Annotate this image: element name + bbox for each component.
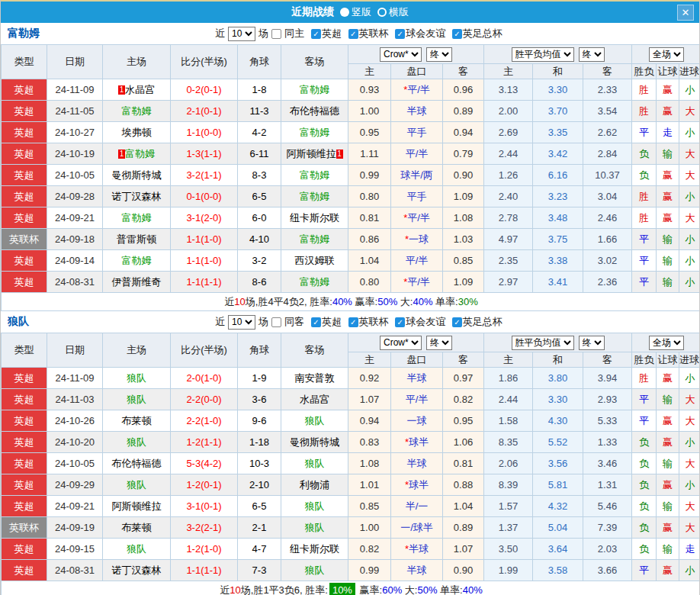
avg-draw-cell: 3.35 [533,122,583,143]
checkbox-checked-icon[interactable] [311,317,321,327]
home-team-name: 水晶宫 [125,84,155,95]
avg-odds-select[interactable]: 胜平负均值 [512,336,574,350]
league-filter-label[interactable]: 英超 [322,315,342,329]
away-team-cell: 富勒姆 [281,79,348,101]
home-team-name: 布莱顿 [122,522,152,533]
same-home-label[interactable]: 同主 [284,27,304,40]
avg-win-cell: 2.69 [484,122,533,143]
score-cell: 2-1(0-1) [171,101,238,122]
fulham-results-table: 类型 日期 主场 比分(半场) 角球 客场 Crow*终 胜平负均值终 全场 [1,44,700,311]
avg-win-cell: 2.97 [484,272,533,293]
avg-draw-cell: 3.48 [533,207,583,229]
handicap-result-cell: 走 [657,122,679,143]
odds-away-cell: 1.04 [443,496,484,517]
date-cell: 24-09-15 [47,539,103,560]
match-row: 英超 24-10-05 布伦特福德 5-3(4-2) 10-3 狼队 1.08 … [2,453,700,474]
corners-cell: 1-18 [238,432,281,453]
match-count-select[interactable]: 10 [228,27,255,41]
avg-odds-select[interactable]: 胜平负均值 [512,47,574,62]
home-team-name: 布伦特福德 [112,458,162,469]
handicap-result-cell: 赢 [657,79,679,101]
league-filter-label[interactable]: 英联杯 [359,315,389,329]
handicap-result-cell: 输 [657,250,679,272]
scope-select[interactable]: 全场 [649,47,684,62]
stat-segment: 40% [463,584,483,595]
goals-result-cell: 大 [679,496,700,517]
odds-time-select[interactable]: 终 [426,336,452,350]
stat-segment: 30% [458,296,478,307]
subheader-handicap: 盘口 [391,64,443,79]
odds-away-cell: 0.82 [443,389,484,410]
bookmaker-select[interactable]: Crow* [380,336,422,350]
away-team-name: 狼队 [305,458,325,469]
checkbox-checked-icon[interactable] [348,317,358,327]
league-filter-label[interactable]: 球会友谊 [406,315,445,329]
checkbox-checked-icon[interactable] [311,29,321,39]
near-label: 近 [215,27,225,40]
league-cell: 英超 [2,165,47,186]
header-type: 类型 [2,45,47,79]
handicap-cell: 平/半 [391,143,443,165]
radio-vertical-icon[interactable] [340,8,349,17]
away-team-cell: 狼队 [281,560,348,581]
header-date: 日期 [47,333,103,368]
radio-horizontal-label[interactable]: 横版 [389,5,409,19]
scope-select[interactable]: 全场 [649,336,684,350]
score-cell: 3-1(0-1) [171,496,238,517]
handicap-value: 平/半 [406,394,429,405]
result-cell: 平 [632,250,657,272]
stat-segment: 近 [220,584,230,595]
league-cell: 英超 [2,250,47,272]
league-filters: 英超 英联杯 球会友谊 英足总杯 [307,315,503,329]
avg-lose-cell: 10.37 [583,165,632,186]
match-row: 英超 24-10-20 狼队 1-2(1-1) 1-18 曼彻斯特城 0.83 … [2,432,700,453]
league-cell: 英超 [2,368,47,389]
league-filter-label[interactable]: 英超 [322,27,342,40]
date-cell: 24-09-21 [47,207,103,229]
radio-vertical-label[interactable]: 竖版 [352,5,371,19]
avg-lose-cell: 2.36 [583,272,632,293]
checkbox-checked-icon[interactable] [452,29,462,39]
home-team-name: 诺丁汉森林 [112,191,162,202]
avg-time-select[interactable]: 终 [579,336,605,350]
score-cell: 2-2(0-0) [171,389,238,410]
result-cell: 负 [632,165,657,186]
stat-segment: 大: [402,584,417,595]
match-count-select[interactable]: 10 [228,315,255,330]
same-away-checkbox[interactable] [271,317,281,327]
league-badge: 英超 [2,432,47,452]
same-home-checkbox[interactable] [271,29,281,39]
checkbox-checked-icon[interactable] [395,29,405,39]
odds-time-select[interactable]: 终 [426,47,452,62]
match-row: 英联杯 24-09-18 普雷斯顿 1-1(1-0) 4-10 富勒姆 0.86… [2,229,700,250]
league-filter-label[interactable]: 球会友谊 [406,27,445,40]
score-cell: 1-1(1-0) [171,250,238,272]
away-team-name: 富勒姆 [300,233,329,245]
corners-cell: 3-6 [238,389,281,410]
close-icon[interactable]: ✕ [677,5,694,21]
date-cell: 24-09-19 [47,517,103,539]
avg-time-select[interactable]: 终 [579,47,605,62]
date-cell: 24-11-09 [47,368,103,389]
subheader-odds-home: 主 [348,352,391,368]
avg-win-cell: 2.00 [484,101,533,122]
checkbox-checked-icon[interactable] [348,29,358,39]
league-cell: 英联杯 [2,229,47,250]
avg-win-cell: 1.37 [484,517,533,539]
same-away-label[interactable]: 同客 [284,315,304,329]
odds-home-cell: 0.95 [348,122,391,143]
league-filter-label[interactable]: 英足总杯 [463,27,503,40]
radio-horizontal-icon[interactable] [377,8,387,17]
checkbox-checked-icon[interactable] [452,317,462,327]
avg-win-cell: 3.50 [484,539,533,560]
result-cell: 平 [632,410,657,432]
score-cell: 1-1(1-0) [171,229,238,250]
league-filter-label[interactable]: 英足总杯 [463,315,503,329]
match-row: 英超 24-10-19 1富勒姆 1-3(1-1) 6-11 阿斯顿维拉1 1.… [2,143,700,165]
bookmaker-select[interactable]: Crow* [380,47,422,62]
league-filter-label[interactable]: 英联杯 [359,27,389,40]
goals-result-cell: 大 [679,101,700,122]
league-cell: 英超 [2,122,47,143]
league-badge: 英联杯 [2,229,47,249]
checkbox-checked-icon[interactable] [395,317,405,327]
